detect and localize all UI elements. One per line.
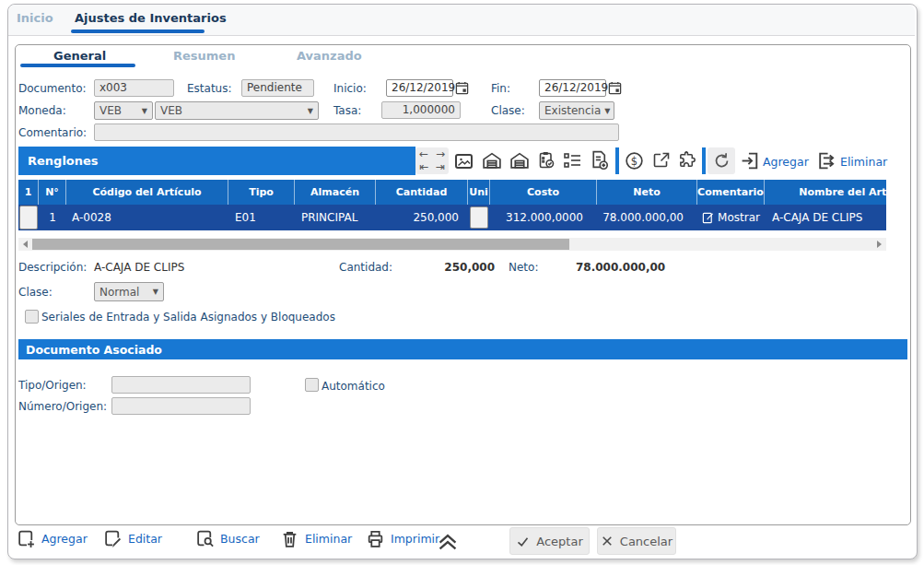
aceptar-label: Aceptar bbox=[536, 535, 582, 548]
eliminar-renglon-button[interactable]: Eliminar bbox=[840, 155, 887, 169]
edit-document-icon bbox=[103, 529, 123, 548]
clase-select[interactable]: Existencia ▼ bbox=[539, 101, 614, 120]
prev-row-icon[interactable]: ← bbox=[419, 148, 428, 160]
cell-cantidad: 250,000 bbox=[376, 205, 468, 230]
table-row[interactable]: 1 A-0028 E01 PRINCIPAL 250,000 312.000,0… bbox=[18, 205, 886, 230]
column-header-costo: Costo bbox=[490, 180, 597, 205]
seriales-label: Seriales de Entrada y Salida Asignados y… bbox=[41, 311, 335, 324]
documento-label: Documento: bbox=[18, 82, 87, 95]
subtab-resumen[interactable]: Resumen bbox=[173, 49, 235, 63]
cell-uni[interactable] bbox=[468, 205, 490, 230]
subtab-avanzado[interactable]: Avanzado bbox=[297, 49, 362, 63]
column-header-neto: Neto bbox=[597, 180, 697, 205]
scrollbar-thumb[interactable] bbox=[32, 239, 569, 250]
tab-inicio[interactable]: Inicio bbox=[17, 11, 53, 25]
automatico-checkbox[interactable] bbox=[305, 378, 319, 392]
active-subtab-underline bbox=[20, 64, 135, 67]
cell-codigo: A-0028 bbox=[66, 205, 228, 230]
column-header-almacen: Almacén bbox=[295, 180, 376, 205]
fin-calendar-icon[interactable] bbox=[608, 81, 622, 95]
tab-ajustes-de-inventarios[interactable]: Ajustes de Inventarios bbox=[75, 11, 227, 25]
tasa-field[interactable]: 1,000000 bbox=[381, 101, 461, 119]
numero-origen-label: Número/Origen: bbox=[18, 400, 107, 413]
cell-numero: 1 bbox=[39, 205, 66, 230]
numero-origen-field[interactable] bbox=[111, 397, 251, 415]
footer-agregar-button[interactable]: Agregar bbox=[17, 529, 88, 548]
aceptar-button[interactable]: Aceptar bbox=[509, 527, 590, 555]
subtab-general[interactable]: General bbox=[53, 49, 106, 63]
documento-asociado-title: Documento Asociado bbox=[26, 343, 162, 357]
column-header-codigo: Código del Artículo bbox=[66, 180, 228, 205]
cell-tipo: E01 bbox=[228, 205, 295, 230]
row-selector-cell[interactable] bbox=[18, 205, 39, 230]
chevron-down-icon: ▼ bbox=[142, 107, 147, 115]
tipo-origen-label: Tipo/Origen: bbox=[18, 379, 87, 392]
detail-clase-select[interactable]: Normal ▼ bbox=[94, 282, 164, 301]
column-header-cantidad: Cantidad bbox=[376, 180, 468, 205]
next-row-icon[interactable]: → bbox=[436, 148, 445, 160]
renglones-title: Renglones bbox=[28, 154, 99, 168]
renglones-section-header: Renglones bbox=[18, 147, 415, 175]
mostrar-button[interactable]: Mostrar bbox=[702, 211, 760, 224]
tipo-origen-field[interactable] bbox=[111, 376, 251, 394]
puzzle-icon[interactable] bbox=[677, 149, 698, 171]
cell-costo: 312.000,0000 bbox=[490, 205, 597, 230]
active-tab-underline bbox=[71, 29, 205, 33]
refresh-icon bbox=[712, 151, 731, 171]
moneda-detalle-select[interactable]: VEB ▼ bbox=[155, 101, 319, 120]
comentario-field[interactable] bbox=[94, 124, 619, 141]
estatus-field[interactable]: Pendiente bbox=[241, 79, 314, 97]
cancelar-button[interactable]: Cancelar bbox=[597, 527, 676, 555]
documento-asociado-section-header: Documento Asociado bbox=[18, 339, 907, 359]
last-row-icon[interactable]: ⇥ bbox=[436, 161, 445, 173]
warehouse-icon[interactable] bbox=[481, 150, 503, 171]
row-selector-box[interactable] bbox=[19, 206, 38, 230]
cell-neto: 78.000.000,00 bbox=[597, 205, 697, 230]
scroll-left-button[interactable] bbox=[18, 238, 31, 251]
fin-date-field[interactable]: 26/12/2019 bbox=[539, 79, 606, 97]
refresh-button[interactable] bbox=[708, 147, 735, 174]
seriales-checkbox[interactable] bbox=[25, 310, 39, 324]
grid-horizontal-scrollbar[interactable] bbox=[18, 238, 886, 251]
cell-comentario[interactable]: Mostrar bbox=[697, 205, 765, 230]
estatus-label: Estatus: bbox=[187, 82, 232, 95]
search-document-icon bbox=[195, 529, 215, 548]
moneda-select[interactable]: VEB ▼ bbox=[94, 101, 153, 120]
first-row-icon[interactable]: ⇤ bbox=[419, 161, 428, 173]
footer-eliminar-button[interactable]: Eliminar bbox=[280, 529, 352, 548]
warehouse-transfer-icon[interactable] bbox=[509, 150, 531, 171]
grid-navigation-arrows[interactable]: ← → ⇤ ⇥ bbox=[415, 147, 449, 174]
checklist-icon[interactable] bbox=[561, 150, 583, 171]
grid-header-row: 1 N° Código del Artículo Tipo Almacén Ca… bbox=[18, 180, 886, 205]
image-icon[interactable] bbox=[453, 151, 474, 171]
footer-imprimir-button[interactable]: Imprimir bbox=[366, 529, 439, 548]
footer-buscar-button[interactable]: Buscar bbox=[195, 529, 260, 548]
detail-neto-label: Neto: bbox=[509, 261, 538, 274]
collapse-toolbar-button[interactable] bbox=[436, 533, 460, 550]
check-icon bbox=[516, 535, 530, 548]
agregar-renglon-button[interactable]: Agregar bbox=[763, 155, 809, 169]
external-link-icon[interactable] bbox=[651, 150, 672, 171]
inicio-date-field[interactable]: 26/12/2019 bbox=[386, 79, 453, 97]
svg-text:$: $ bbox=[631, 155, 637, 168]
detail-clase-label: Clase: bbox=[18, 286, 53, 299]
fin-label: Fin: bbox=[491, 82, 510, 95]
scroll-right-button[interactable] bbox=[873, 238, 886, 251]
clipboard-check-icon[interactable] bbox=[536, 149, 556, 171]
comentario-label: Comentario: bbox=[18, 126, 87, 139]
document-add-icon[interactable] bbox=[588, 149, 610, 171]
uni-checkbox[interactable] bbox=[470, 206, 488, 229]
footer-editar-button[interactable]: Editar bbox=[103, 529, 162, 548]
cell-almacen: PRINCIPAL bbox=[295, 205, 376, 230]
scroll-left-icon bbox=[19, 241, 28, 248]
add-row-icon[interactable] bbox=[740, 150, 761, 171]
scroll-right-icon bbox=[877, 241, 885, 248]
documento-field[interactable]: x003 bbox=[94, 79, 174, 97]
automatico-label: Automático bbox=[322, 380, 385, 393]
delete-row-icon[interactable] bbox=[815, 150, 837, 171]
column-header-select: 1 bbox=[18, 180, 39, 205]
detail-cantidad-value: 250,000 bbox=[433, 261, 495, 274]
close-icon bbox=[601, 535, 614, 547]
dollar-circle-icon[interactable]: $ bbox=[624, 150, 645, 171]
inicio-calendar-icon[interactable] bbox=[455, 81, 469, 95]
